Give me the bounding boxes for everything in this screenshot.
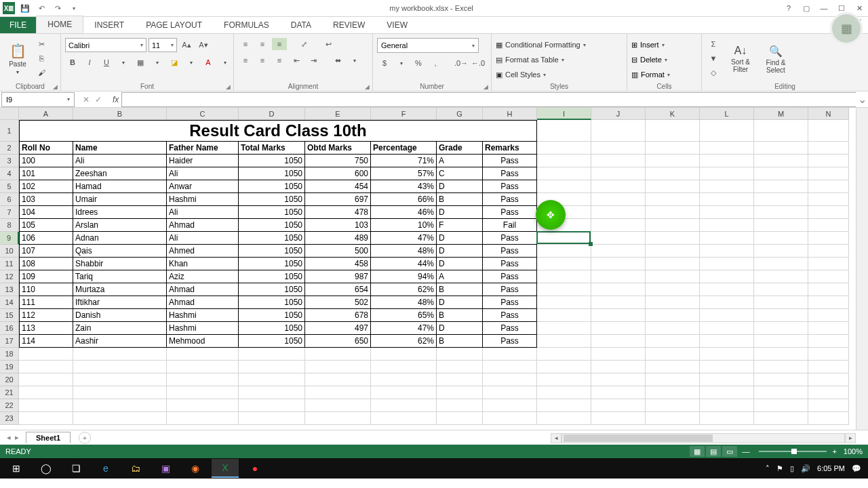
sheet-tab[interactable]: Sheet1 bbox=[26, 432, 71, 443]
empty-cell[interactable] bbox=[808, 373, 849, 386]
empty-cell[interactable] bbox=[591, 309, 646, 322]
data-cell[interactable]: Pass bbox=[483, 322, 537, 335]
row-header[interactable]: 12 bbox=[0, 270, 19, 283]
col-header[interactable]: A bbox=[19, 108, 73, 120]
empty-cell[interactable] bbox=[537, 283, 591, 296]
empty-cell[interactable] bbox=[591, 167, 646, 180]
empty-cell[interactable] bbox=[808, 412, 849, 425]
profile-badge[interactable]: ▦ bbox=[830, 12, 863, 45]
data-cell[interactable]: 458 bbox=[305, 258, 371, 270]
empty-cell[interactable] bbox=[754, 399, 808, 412]
data-cell[interactable]: 1050 bbox=[239, 167, 305, 180]
data-cell[interactable]: Iftikhar bbox=[73, 296, 167, 309]
sheet-nav-next-icon[interactable]: ▸ bbox=[15, 433, 19, 442]
row-header[interactable]: 5 bbox=[0, 180, 19, 193]
data-cell[interactable]: 600 bbox=[305, 167, 371, 180]
empty-cell[interactable] bbox=[371, 386, 437, 399]
empty-cell[interactable] bbox=[754, 167, 808, 180]
data-cell[interactable]: 107 bbox=[19, 245, 73, 258]
col-header[interactable]: N bbox=[808, 108, 849, 120]
empty-cell[interactable] bbox=[700, 155, 754, 167]
increase-font-icon[interactable]: A▴ bbox=[179, 39, 194, 52]
empty-cell[interactable] bbox=[646, 219, 700, 232]
empty-cell[interactable] bbox=[646, 180, 700, 193]
empty-cell[interactable] bbox=[754, 361, 808, 373]
row-header[interactable]: 1 bbox=[0, 120, 19, 142]
zoom-out-icon[interactable]: — bbox=[742, 447, 749, 455]
hscroll-right-icon[interactable]: ▸ bbox=[845, 433, 856, 443]
data-cell[interactable]: Total Marks bbox=[239, 142, 305, 155]
enter-formula-icon[interactable]: ✓ bbox=[95, 95, 102, 104]
data-cell[interactable]: Pass bbox=[483, 309, 537, 322]
empty-cell[interactable] bbox=[591, 155, 646, 167]
data-cell[interactable]: 1050 bbox=[239, 335, 305, 348]
empty-cell[interactable] bbox=[591, 120, 646, 142]
fx-icon[interactable]: fx bbox=[110, 95, 121, 104]
tab-file[interactable]: FILE bbox=[0, 17, 36, 33]
empty-cell[interactable] bbox=[700, 386, 754, 399]
borders-button[interactable]: ▦ bbox=[133, 56, 148, 68]
empty-cell[interactable] bbox=[808, 296, 849, 309]
empty-cell[interactable] bbox=[19, 399, 73, 412]
data-cell[interactable]: 987 bbox=[305, 270, 371, 283]
data-cell[interactable]: Anwar bbox=[167, 180, 239, 193]
save-icon[interactable]: 💾 bbox=[19, 2, 31, 14]
undo-icon[interactable]: ↶ bbox=[35, 2, 47, 14]
empty-cell[interactable] bbox=[483, 361, 537, 373]
empty-cell[interactable] bbox=[591, 361, 646, 373]
empty-cell[interactable] bbox=[371, 412, 437, 425]
empty-cell[interactable] bbox=[808, 386, 849, 399]
empty-cell[interactable] bbox=[700, 348, 754, 361]
col-header[interactable]: E bbox=[305, 108, 371, 120]
align-right-icon[interactable]: ≡ bbox=[272, 54, 287, 66]
dec-decimal-icon[interactable]: ←.0 bbox=[471, 57, 486, 69]
number-format-select[interactable]: General▾ bbox=[377, 38, 479, 53]
empty-cell[interactable] bbox=[754, 283, 808, 296]
empty-cell[interactable] bbox=[591, 219, 646, 232]
data-cell[interactable]: Pass bbox=[483, 335, 537, 348]
empty-cell[interactable] bbox=[239, 373, 305, 386]
recording-icon[interactable]: ● bbox=[241, 459, 269, 478]
cut-icon[interactable]: ✂ bbox=[34, 38, 49, 50]
data-cell[interactable]: 47% bbox=[371, 232, 437, 245]
clear-icon[interactable]: ◇ bbox=[706, 66, 721, 79]
file-explorer-icon[interactable]: 🗂 bbox=[122, 459, 149, 478]
tray-battery-icon[interactable]: ▯ bbox=[790, 464, 794, 473]
tab-page-layout[interactable]: PAGE LAYOUT bbox=[135, 17, 213, 33]
empty-cell[interactable] bbox=[700, 412, 754, 425]
empty-cell[interactable] bbox=[19, 412, 73, 425]
empty-cell[interactable] bbox=[808, 399, 849, 412]
row-header[interactable]: 6 bbox=[0, 193, 19, 206]
data-cell[interactable]: 1050 bbox=[239, 232, 305, 245]
cell-styles-button[interactable]: ▣Cell Styles ▾ bbox=[496, 68, 586, 81]
cortana-icon[interactable]: ◯ bbox=[33, 459, 60, 478]
data-cell[interactable]: 66% bbox=[371, 193, 437, 206]
data-cell[interactable]: 678 bbox=[305, 309, 371, 322]
data-cell[interactable]: Pass bbox=[483, 155, 537, 167]
empty-cell[interactable] bbox=[754, 193, 808, 206]
data-cell[interactable]: 103 bbox=[19, 193, 73, 206]
col-header[interactable]: L bbox=[700, 108, 754, 120]
empty-cell[interactable] bbox=[483, 399, 537, 412]
data-cell[interactable]: Qais bbox=[73, 245, 167, 258]
empty-cell[interactable] bbox=[700, 258, 754, 270]
data-cell[interactable]: Ali bbox=[167, 232, 239, 245]
empty-cell[interactable] bbox=[437, 361, 483, 373]
empty-cell[interactable] bbox=[239, 386, 305, 399]
data-cell[interactable]: 62% bbox=[371, 283, 437, 296]
empty-cell[interactable] bbox=[808, 193, 849, 206]
data-cell[interactable]: 1050 bbox=[239, 322, 305, 335]
empty-cell[interactable] bbox=[483, 348, 537, 361]
bold-button[interactable]: B bbox=[65, 56, 80, 68]
empty-cell[interactable] bbox=[700, 309, 754, 322]
format-painter-icon[interactable]: 🖌 bbox=[34, 66, 49, 79]
data-cell[interactable]: 108 bbox=[19, 258, 73, 270]
data-cell[interactable]: F bbox=[437, 219, 483, 232]
empty-cell[interactable] bbox=[754, 296, 808, 309]
data-cell[interactable]: Pass bbox=[483, 245, 537, 258]
empty-cell[interactable] bbox=[808, 219, 849, 232]
empty-cell[interactable] bbox=[537, 373, 591, 386]
expand-formula-icon[interactable]: ⌄ bbox=[856, 93, 868, 106]
empty-cell[interactable] bbox=[537, 322, 591, 335]
row-header[interactable]: 4 bbox=[0, 167, 19, 180]
